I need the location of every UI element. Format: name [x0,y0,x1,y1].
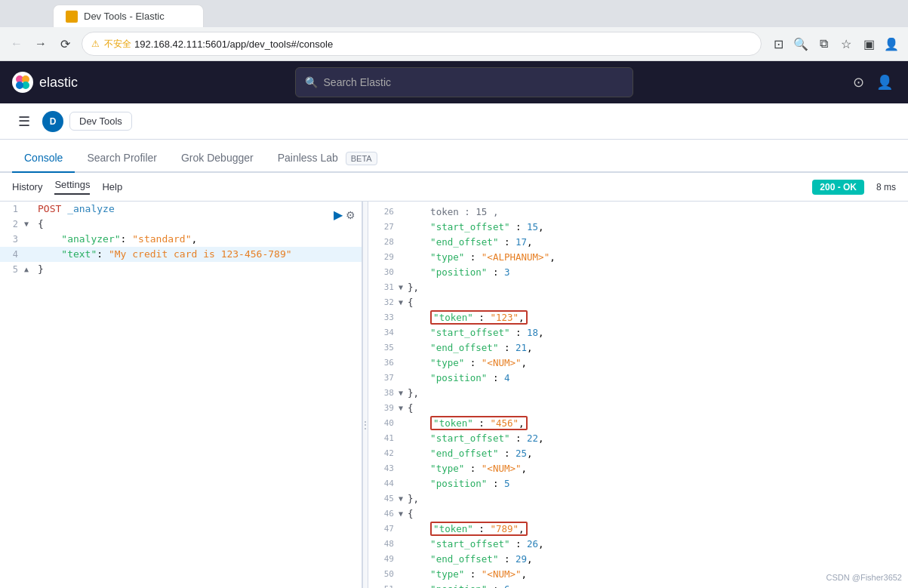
editor-panel: ▶ ⚙ 1 POST _analyze 2 ▼ { 3 [0,202,362,588]
forward-button[interactable]: → [30,33,51,54]
refresh-button[interactable]: ⟳ [54,33,75,54]
url-text: 192.168.42.111:5601/app/dev_tools#/conso… [134,38,333,50]
browser-toolbar-icons: ⊡ 🔍 ⧉ ☆ ▣ 👤 [768,33,902,54]
help-circle-icon[interactable]: ⊙ [850,71,867,94]
settings-wrench-button[interactable]: ⚙ [346,208,356,222]
editor-status-bar: ▶ ⚙ [334,208,356,222]
svg-point-4 [16,82,23,89]
output-line-45: 45 ▼ }, [368,491,908,506]
output-panel: 26 token : 15 , 27 "start_offset" : 15, … [368,202,908,588]
browser-chrome: Dev Tools - Elastic ← → ⟳ ⚠ 不安全 192.168.… [0,0,908,61]
output-line-26: 26 token : 15 , [368,205,908,220]
cast-button[interactable]: ⊡ [768,33,789,54]
editor-line-3: 3 "analyzer": "standard", [0,232,362,247]
output-line-32: 32 ▼ { [368,295,908,310]
address-bar[interactable]: ⚠ 不安全 192.168.42.111:5601/app/dev_tools#… [82,32,762,56]
output-line-36: 36 "type" : "<NUM>", [368,356,908,371]
elastic-logo-text: elastic [39,75,78,91]
elastic-logo-icon [12,72,33,93]
profile-button[interactable]: 👤 [881,33,902,54]
output-line-47: 47 "token" : "789", [368,522,908,537]
time-badge: 8 ms [876,182,896,192]
elastic-logo: elastic [12,72,78,93]
output-line-43: 43 "type" : "<NUM>", [368,461,908,476]
sidebar-browser-button[interactable]: ▣ [858,33,879,54]
svg-point-0 [12,72,33,93]
run-button[interactable]: ▶ [334,208,343,222]
watermark: CSDN @Fisher3652 [826,573,902,582]
panel-divider[interactable]: ⋮ [362,202,368,588]
bookmark-button[interactable]: ☆ [836,33,857,54]
subnav-history[interactable]: History [12,181,42,192]
output-line-46: 46 ▼ { [368,506,908,522]
extensions-button[interactable]: ⧉ [813,33,834,54]
output-line-29: 29 "type" : "<ALPHANUM>", [368,250,908,265]
subnav-settings[interactable]: Settings [54,179,90,195]
code-editor[interactable]: 1 POST _analyze 2 ▼ { 3 "analyzer": "sta… [0,202,362,588]
tab-title: Dev Tools - Elastic [84,11,165,22]
nav-bar: ☰ D Dev Tools [0,103,908,140]
output-line-34: 34 "start_offset" : 18, [368,325,908,340]
editor-line-5: 5 ▲ } [0,262,362,277]
security-label: 不安全 [104,38,131,51]
token-highlight-456: "token" : "456", [430,416,527,430]
hamburger-button[interactable]: ☰ [12,110,36,133]
sub-nav: History Settings Help 200 - OK 8 ms [0,173,908,202]
app-header: elastic 🔍 Search Elastic ⊙ 👤 [0,61,908,103]
subnav-help[interactable]: Help [102,181,122,192]
browser-tabs: Dev Tools - Elastic [0,0,908,27]
browser-toolbar: ← → ⟳ ⚠ 不安全 192.168.42.111:5601/app/dev_… [0,27,908,60]
output-line-38: 38 ▼ }, [368,386,908,401]
elastic-app: elastic 🔍 Search Elastic ⊙ 👤 ☰ D Dev Too… [0,61,908,588]
output-line-35: 35 "end_offset" : 21, [368,340,908,356]
tab-painless-lab[interactable]: Painless Lab BETA [266,144,389,173]
user-avatar: D [42,111,63,132]
browser-tab[interactable]: Dev Tools - Elastic [53,5,204,27]
app-name-button[interactable]: Dev Tools [69,112,132,131]
output-line-39: 39 ▼ { [368,401,908,416]
security-icon: ⚠ [91,38,100,49]
output-line-48: 48 "start_offset" : 26, [368,537,908,552]
user-menu-button[interactable]: 👤 [873,71,896,94]
search-browser-button[interactable]: 🔍 [790,33,811,54]
output-line-28: 28 "end_offset" : 17, [368,235,908,250]
output-line-44: 44 "position" : 5 [368,476,908,491]
tabs-bar: Console Search Profiler Grok Debugger Pa… [0,140,908,173]
output-line-40: 40 "token" : "456", [368,416,908,431]
search-placeholder: Search Elastic [324,76,391,88]
header-icons: ⊙ 👤 [850,71,896,94]
output-line-42: 42 "end_offset" : 25, [368,446,908,461]
main-content: ▶ ⚙ 1 POST _analyze 2 ▼ { 3 [0,202,908,588]
tab-grok-debugger[interactable]: Grok Debugger [169,144,266,173]
tab-console[interactable]: Console [12,144,75,173]
output-line-41: 41 "start_offset" : 22, [368,431,908,446]
beta-badge: BETA [346,152,377,165]
editor-line-4: 4 "text": "My credit card is 123-456-789… [0,247,362,262]
output-line-27: 27 "start_offset" : 15, [368,220,908,235]
token-highlight-123: "token" : "123", [430,310,527,325]
search-bar[interactable]: 🔍 Search Elastic [295,67,633,97]
tab-search-profiler[interactable]: Search Profiler [75,144,169,173]
output-line-30: 30 "position" : 3 [368,265,908,280]
output-line-51: 51 "position" : 6 [368,582,908,588]
output-line-37: 37 "position" : 4 [368,371,908,386]
search-bar-container: 🔍 Search Elastic [78,67,850,97]
output-line-33: 33 "token" : "123", [368,310,908,325]
token-highlight-789: "token" : "789", [430,522,527,536]
status-badge: 200 - OK [812,180,864,195]
editor-line-1: 1 POST _analyze [0,202,362,217]
output-code[interactable]: 26 token : 15 , 27 "start_offset" : 15, … [368,202,908,588]
tab-favicon [66,11,78,23]
output-line-31: 31 ▼ }, [368,280,908,295]
output-line-49: 49 "end_offset" : 29, [368,552,908,567]
search-icon: 🔍 [305,76,318,88]
editor-line-2: 2 ▼ { [0,217,362,232]
back-button[interactable]: ← [6,33,27,54]
